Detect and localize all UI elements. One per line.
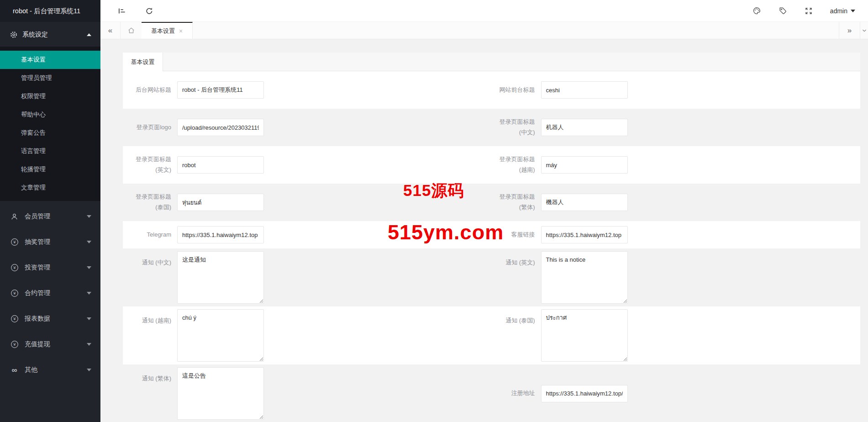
- form-row: 通知 (繁体) 這是公告 注册地址: [123, 364, 860, 422]
- field-label: 登录页面标题 (越南): [492, 154, 535, 175]
- notice-zh-textarea[interactable]: 这是通知: [177, 251, 264, 304]
- tabs-scroll-right-button[interactable]: »: [839, 22, 860, 39]
- field-label: 通知 (中文): [123, 258, 171, 268]
- field-label: 登录页面标题 (泰国): [123, 192, 171, 213]
- field-label: 通知 (繁体): [123, 374, 171, 384]
- tabs-scroll-left-button[interactable]: «: [100, 22, 121, 39]
- sidebar-group-contract-manage[interactable]: ¥ 合约管理: [0, 280, 100, 306]
- sidebar-group-label: 系统设定: [22, 31, 48, 39]
- field-label: 通知 (越南): [123, 316, 171, 326]
- login-logo-input[interactable]: [177, 119, 264, 136]
- sidebar-item-article-manage[interactable]: 文章管理: [0, 179, 100, 197]
- service-link-input[interactable]: [541, 226, 628, 243]
- svg-text:¥: ¥: [13, 316, 16, 321]
- login-title-tw-input[interactable]: [541, 194, 628, 211]
- field-label: 登录页面标题 (英文): [123, 154, 171, 175]
- topbar: admin: [100, 0, 868, 22]
- caret-up-icon: [87, 33, 91, 36]
- sidebar-submenu: 基本设置 管理员管理 权限管理 帮助中心 弹窗公告 语言管理 轮播管理 文章管理: [0, 47, 100, 201]
- caret-down-icon: [87, 292, 91, 295]
- form-row: Telegram 客服链接: [123, 221, 860, 248]
- form-row: 登录页面标题 (英文) 登录页面标题 (越南): [123, 146, 860, 184]
- notice-th-textarea[interactable]: ประกาศ: [541, 309, 628, 362]
- field-label: 客服链接: [492, 230, 535, 240]
- notice-vi-textarea[interactable]: chú ý: [177, 309, 264, 362]
- tab-close-icon[interactable]: ×: [179, 27, 183, 35]
- login-title-vi-input[interactable]: [541, 156, 628, 174]
- svg-text:¥: ¥: [13, 342, 16, 347]
- username: admin: [830, 7, 847, 15]
- form-row: 后台网站标题 网站前台标题: [123, 71, 860, 109]
- fullscreen-icon[interactable]: [805, 7, 813, 15]
- sidebar-item-basic-settings[interactable]: 基本设置: [0, 51, 100, 69]
- yen-circle-icon: ¥: [10, 264, 19, 272]
- tabs-menu-button[interactable]: [860, 22, 868, 39]
- field-label: 登录页面标题 (繁体): [492, 192, 535, 213]
- form-row: 通知 (越南) chú ý 通知 (泰国) ประกาศ: [123, 306, 860, 364]
- sidebar-group-member-manage[interactable]: 会员管理: [0, 204, 100, 229]
- sidebar-group-other[interactable]: ∞ 其他: [0, 357, 100, 383]
- sidebar-group-system-settings[interactable]: 系统设定: [0, 26, 100, 44]
- svg-text:¥: ¥: [13, 265, 16, 270]
- caret-down-icon: [87, 215, 91, 218]
- sidebar-groups: 会员管理 ¥ 抽奖管理 ¥ 投资管理: [0, 204, 100, 383]
- field-label: 注册地址: [492, 388, 535, 399]
- caret-down-icon: [87, 241, 91, 243]
- yen-circle-icon: ¥: [10, 289, 19, 297]
- svg-text:¥: ¥: [13, 239, 16, 244]
- caret-down-icon: [87, 317, 91, 320]
- form-row: 登录页面logo 登录页面标题 (中文): [123, 109, 860, 146]
- tabbar: « 基本设置 × »: [100, 22, 868, 39]
- tag-icon[interactable]: [779, 6, 787, 15]
- login-title-en-input[interactable]: [177, 156, 264, 174]
- notice-tw-textarea[interactable]: 這是公告: [177, 367, 264, 420]
- sidebar-group-report-data[interactable]: ¥ 报表数据: [0, 306, 100, 332]
- login-title-zh-input[interactable]: [541, 119, 628, 136]
- sidebar-item-language-manage[interactable]: 语言管理: [0, 142, 100, 160]
- app-title: robot - 后台管理系统11: [0, 0, 100, 22]
- field-label: 通知 (泰国): [492, 316, 535, 326]
- caret-down-icon: [87, 343, 91, 346]
- site-title-admin-input[interactable]: [177, 81, 264, 99]
- login-title-th-input[interactable]: [177, 194, 264, 211]
- sidebar-group-recharge-withdraw[interactable]: ¥ 充值提现: [0, 332, 100, 357]
- caret-down-icon: [851, 10, 855, 12]
- card-tab-strip: 基本设置: [123, 53, 860, 71]
- field-label: 通知 (英文): [492, 258, 535, 268]
- caret-down-icon: [87, 266, 91, 269]
- sidebar-group-lottery-manage[interactable]: ¥ 抽奖管理: [0, 229, 100, 255]
- settings-card: 基本设置 后台网站标题 网站前台标题 登录页面logo: [123, 53, 860, 422]
- refresh-icon[interactable]: [145, 7, 153, 15]
- form-row: 通知 (中文) 这是通知 通知 (英文) This is a notice: [123, 248, 860, 306]
- sidebar-group-invest-manage[interactable]: ¥ 投资管理: [0, 255, 100, 280]
- yen-circle-icon: ¥: [10, 340, 19, 348]
- user-menu[interactable]: admin: [830, 7, 855, 15]
- theme-palette-icon[interactable]: [752, 6, 761, 15]
- yen-circle-icon: ¥: [10, 238, 19, 246]
- sidebar-item-permission-manage[interactable]: 权限管理: [0, 87, 100, 106]
- infinity-icon: ∞: [10, 366, 19, 374]
- sidebar-item-carousel-manage[interactable]: 轮播管理: [0, 160, 100, 179]
- telegram-input[interactable]: [177, 226, 264, 243]
- sidebar-item-popup-notice[interactable]: 弹窗公告: [0, 124, 100, 142]
- card-tab-basic-settings[interactable]: 基本设置: [123, 53, 163, 71]
- field-label: 后台网站标题: [123, 85, 171, 95]
- yen-circle-icon: ¥: [10, 315, 19, 323]
- site-title-front-input[interactable]: [541, 81, 628, 99]
- register-url-input[interactable]: [541, 385, 628, 402]
- field-label: Telegram: [123, 230, 171, 240]
- caret-down-icon: [87, 369, 91, 371]
- notice-en-textarea[interactable]: This is a notice: [541, 251, 628, 304]
- content-area: 基本设置 后台网站标题 网站前台标题 登录页面logo: [100, 39, 868, 422]
- form-row: 登录页面标题 (泰国) 登录页面标题 (繁体): [123, 184, 860, 221]
- field-label: 登录页面logo: [123, 122, 171, 133]
- sidebar-item-help-center[interactable]: 帮助中心: [0, 106, 100, 124]
- home-tab-button[interactable]: [121, 22, 142, 39]
- sidebar-fold-icon[interactable]: [118, 7, 126, 15]
- field-label: 登录页面标题 (中文): [492, 117, 535, 138]
- sidebar-item-admin-manage[interactable]: 管理员管理: [0, 69, 100, 87]
- tab-basic-settings[interactable]: 基本设置 ×: [142, 22, 193, 39]
- gear-icon: [10, 31, 17, 38]
- sidebar: robot - 后台管理系统11 系统设定 基本设置 管理员管理 权限管理 帮助…: [0, 0, 100, 422]
- field-label: 网站前台标题: [492, 85, 535, 95]
